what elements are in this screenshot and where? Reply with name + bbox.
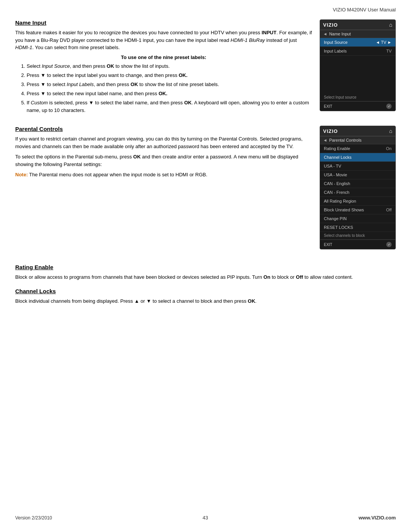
panel2-can-french[interactable]: CAN - French <box>320 188 395 197</box>
panel2-rating-enable[interactable]: Rating Enable On <box>320 144 395 153</box>
panel2-block-unrated[interactable]: Block Unrated Shows Off <box>320 206 395 214</box>
input-source-value: ◄ TV ► <box>376 40 392 45</box>
nav-arrow-2: ◄ <box>323 138 327 142</box>
footer-url: www.VIZIO.com <box>358 515 396 521</box>
panel1-nav: ◄ Name Input <box>320 30 395 38</box>
can-french-label: CAN - French <box>324 190 349 195</box>
all-rating-label: All Rating Region <box>324 199 356 203</box>
panel1-header: VIZIO ⌂ <box>320 20 395 30</box>
panel2-all-rating[interactable]: All Rating Region <box>320 197 395 206</box>
panel1-footer: EXIT ✓ <box>320 101 395 111</box>
vizio-logo-1: VIZIO <box>323 22 338 28</box>
nav-arrow-1: ◄ <box>323 32 327 36</box>
parental-para2: To select the options in the Parental su… <box>15 153 312 168</box>
input-labels-value: TV <box>386 49 392 53</box>
block-unrated-label: Block Unrated Shows <box>324 208 364 212</box>
panel2-reset-locks[interactable]: RESET LOCKS <box>320 223 395 232</box>
vizio-panel-2: VIZIO ⌂ ◄ Parental Controls Rating Enabl… <box>320 126 396 249</box>
rating-enable-value: On <box>386 146 392 151</box>
home-icon-1: ⌂ <box>389 22 392 28</box>
panel2-header: VIZIO ⌂ <box>320 126 395 136</box>
footer-version: Version 2/23/2010 <box>15 515 52 521</box>
name-input-heading: Name Input <box>15 19 312 26</box>
panel1-select-note: Select Input source <box>320 94 395 101</box>
panel2-container: VIZIO ⌂ ◄ Parental Controls Rating Enabl… <box>320 126 396 257</box>
name-input-steps: Select Input Source, and then press OK t… <box>27 62 312 115</box>
panel2-can-english[interactable]: CAN - English <box>320 179 395 188</box>
name-input-para1: This feature makes it easier for you to … <box>15 29 312 51</box>
parental-note: Note: The Parental menu does not appear … <box>15 171 312 179</box>
name-input-section: Name Input This feature makes it easier … <box>15 19 396 119</box>
panel1-nav-label: Name Input <box>329 32 351 36</box>
page-header: VIZIO M420NV User Manual <box>0 0 411 16</box>
panel1-container: VIZIO ⌂ ◄ Name Input Input Source ◄ TV ► <box>320 19 396 119</box>
input-source-label: Input Source <box>324 40 347 45</box>
panel1-ok-icon[interactable]: ✓ <box>386 104 392 109</box>
panel2-usa-movie[interactable]: USA - Movie <box>320 171 395 179</box>
parental-controls-heading: Parental Controls <box>15 126 312 132</box>
vizio-logo-2: VIZIO <box>323 128 338 134</box>
rating-enable-section: Rating Enable Block or allow access to p… <box>15 264 396 281</box>
panel2-exit-label: EXIT <box>324 243 332 247</box>
text-column: Name Input This feature makes it easier … <box>15 19 396 312</box>
change-pin-label: Change PIN <box>324 216 347 221</box>
name-input-subheading: To use one of the nine preset labels: <box>15 54 312 60</box>
can-english-label: CAN - English <box>324 181 350 186</box>
parental-text: Parental Controls If you want to restric… <box>15 126 312 257</box>
step-1: Select Input Source, and then press OK t… <box>27 62 312 70</box>
block-unrated-value: Off <box>386 208 392 212</box>
rating-enable-label: Rating Enable <box>324 146 350 151</box>
panel2-ok-icon[interactable]: ✓ <box>386 242 392 247</box>
panel2-usa-tv[interactable]: USA - TV <box>320 162 395 171</box>
parental-controls-section: Parental Controls If you want to restric… <box>15 126 396 257</box>
panel1-input-source[interactable]: Input Source ◄ TV ► <box>320 38 395 47</box>
step-2: Press ▼ to select the input label you wa… <box>27 72 312 79</box>
panel2-footer: EXIT ✓ <box>320 240 395 249</box>
name-input-text: Name Input This feature makes it easier … <box>15 19 312 119</box>
panel1-exit-label: EXIT <box>324 104 332 109</box>
rating-enable-para: Block or allow access to programs from c… <box>15 273 396 281</box>
channel-locks-section: Channel Locks Block individual channels … <box>15 288 396 305</box>
panel2-change-pin[interactable]: Change PIN <box>320 214 395 223</box>
input-labels-label: Input Labels <box>324 49 347 53</box>
main-content: Name Input This feature makes it easier … <box>0 16 411 312</box>
panel2-nav-label: Parental Controls <box>329 138 362 142</box>
channel-locks-heading: Channel Locks <box>15 288 396 294</box>
panel2-nav: ◄ Parental Controls <box>320 136 395 144</box>
channel-locks-label: Channel Locks <box>324 155 352 160</box>
home-icon-2: ⌂ <box>389 128 392 134</box>
panel1-empty-space <box>320 56 395 94</box>
step-5: If Custom is selected, press ▼ to select… <box>27 99 312 114</box>
rating-enable-heading: Rating Enable <box>15 264 396 270</box>
note-label: Note: <box>15 172 28 177</box>
manual-title: VIZIO M420NV User Manual <box>333 7 396 13</box>
step-4: Press ▼ to select the new input label na… <box>27 90 312 97</box>
panel1-input-labels[interactable]: Input Labels TV <box>320 47 395 56</box>
reset-locks-label: RESET LOCKS <box>324 225 353 230</box>
parental-layout: Parental Controls If you want to restric… <box>15 126 396 257</box>
panel2-channel-locks[interactable]: Channel Locks <box>320 153 395 162</box>
usa-tv-label: USA - TV <box>324 164 341 168</box>
footer-page-number: 43 <box>202 515 208 521</box>
page-footer: Version 2/23/2010 43 www.VIZIO.com <box>0 515 411 521</box>
panel2-select-note: Select channels to block <box>320 232 395 240</box>
vizio-panel-1: VIZIO ⌂ ◄ Name Input Input Source ◄ TV ► <box>320 19 396 111</box>
name-input-layout: Name Input This feature makes it easier … <box>15 19 396 119</box>
step-3: Press ▼ to select Input Labels, and then… <box>27 81 312 88</box>
usa-movie-label: USA - Movie <box>324 173 347 177</box>
parental-para1: If you want to restrict certain channel … <box>15 135 312 150</box>
channel-locks-para: Block individual channels from being dis… <box>15 297 396 305</box>
